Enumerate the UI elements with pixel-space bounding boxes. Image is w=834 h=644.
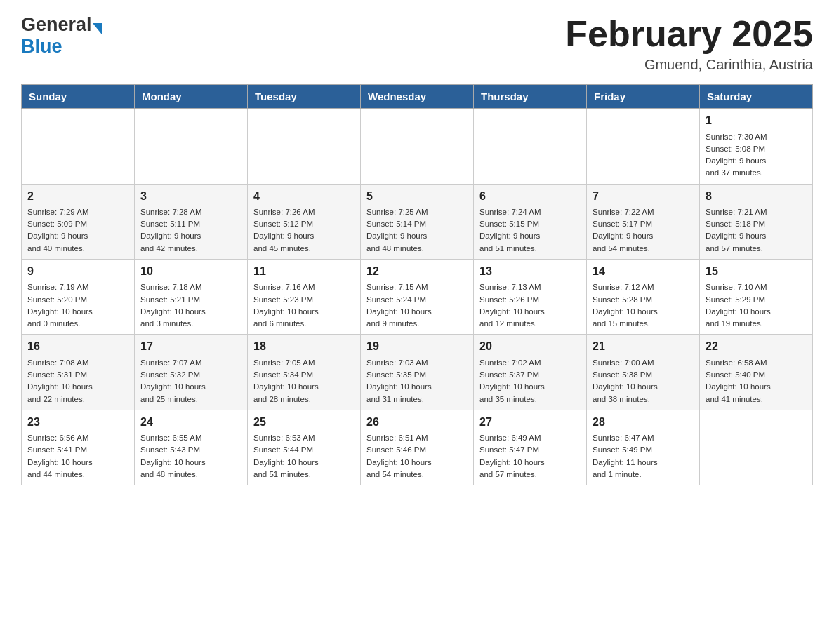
day-number: 6 [479, 189, 581, 204]
day-number: 25 [253, 415, 355, 430]
day-number: 24 [140, 415, 241, 430]
day-number: 19 [366, 339, 468, 354]
day-info: Sunrise: 7:18 AM Sunset: 5:21 PM Dayligh… [140, 281, 241, 330]
calendar-cell: 2Sunrise: 7:29 AM Sunset: 5:09 PM Daylig… [22, 184, 135, 259]
day-info: Sunrise: 7:30 AM Sunset: 5:08 PM Dayligh… [706, 131, 807, 180]
calendar-cell: 5Sunrise: 7:25 AM Sunset: 5:14 PM Daylig… [361, 184, 474, 259]
calendar-cell: 27Sunrise: 6:49 AM Sunset: 5:47 PM Dayli… [474, 410, 587, 485]
day-number: 3 [140, 189, 241, 204]
day-number: 7 [593, 189, 694, 204]
day-number: 11 [253, 264, 355, 279]
calendar-cell: 17Sunrise: 7:07 AM Sunset: 5:32 PM Dayli… [135, 335, 248, 410]
day-info: Sunrise: 7:07 AM Sunset: 5:32 PM Dayligh… [140, 357, 241, 405]
calendar-cell: 13Sunrise: 7:13 AM Sunset: 5:26 PM Dayli… [474, 259, 587, 334]
calendar-week-row: 23Sunrise: 6:56 AM Sunset: 5:41 PM Dayli… [22, 410, 813, 485]
calendar-week-row: 16Sunrise: 7:08 AM Sunset: 5:31 PM Dayli… [22, 335, 813, 410]
day-number: 16 [27, 339, 128, 354]
day-number: 18 [253, 339, 355, 354]
day-info: Sunrise: 7:12 AM Sunset: 5:28 PM Dayligh… [593, 281, 694, 330]
day-info: Sunrise: 7:25 AM Sunset: 5:14 PM Dayligh… [366, 206, 468, 255]
day-number: 22 [706, 339, 807, 354]
calendar-cell: 18Sunrise: 7:05 AM Sunset: 5:34 PM Dayli… [248, 335, 361, 410]
calendar-cell: 1Sunrise: 7:30 AM Sunset: 5:08 PM Daylig… [700, 109, 813, 184]
calendar-cell [474, 109, 587, 184]
weekday-header-friday: Friday [587, 85, 700, 109]
calendar-cell: 8Sunrise: 7:21 AM Sunset: 5:18 PM Daylig… [700, 184, 813, 259]
calendar-cell: 6Sunrise: 7:24 AM Sunset: 5:15 PM Daylig… [474, 184, 587, 259]
day-info: Sunrise: 6:47 AM Sunset: 5:49 PM Dayligh… [593, 432, 694, 481]
page-header: General Blue February 2025 Gmuend, Carin… [21, 14, 813, 73]
day-number: 28 [593, 415, 694, 430]
logo-blue-text: Blue [21, 36, 62, 58]
day-info: Sunrise: 7:08 AM Sunset: 5:31 PM Dayligh… [27, 357, 128, 405]
calendar-week-row: 1Sunrise: 7:30 AM Sunset: 5:08 PM Daylig… [22, 109, 813, 184]
calendar-cell: 14Sunrise: 7:12 AM Sunset: 5:28 PM Dayli… [587, 259, 700, 334]
day-info: Sunrise: 6:58 AM Sunset: 5:40 PM Dayligh… [706, 357, 807, 405]
weekday-header-wednesday: Wednesday [361, 85, 474, 109]
day-info: Sunrise: 7:19 AM Sunset: 5:20 PM Dayligh… [27, 281, 128, 330]
calendar-cell: 26Sunrise: 6:51 AM Sunset: 5:46 PM Dayli… [361, 410, 474, 485]
calendar-cell: 19Sunrise: 7:03 AM Sunset: 5:35 PM Dayli… [361, 335, 474, 410]
day-number: 4 [253, 189, 355, 204]
day-number: 8 [706, 189, 807, 204]
calendar-cell [22, 109, 135, 184]
logo: General Blue [21, 14, 102, 58]
calendar-cell: 20Sunrise: 7:02 AM Sunset: 5:37 PM Dayli… [474, 335, 587, 410]
day-info: Sunrise: 7:24 AM Sunset: 5:15 PM Dayligh… [479, 206, 581, 255]
day-number: 27 [479, 415, 581, 430]
logo-triangle-icon [93, 23, 102, 34]
calendar-cell: 4Sunrise: 7:26 AM Sunset: 5:12 PM Daylig… [248, 184, 361, 259]
calendar-cell: 28Sunrise: 6:47 AM Sunset: 5:49 PM Dayli… [587, 410, 700, 485]
weekday-header-monday: Monday [135, 85, 248, 109]
calendar-cell: 15Sunrise: 7:10 AM Sunset: 5:29 PM Dayli… [700, 259, 813, 334]
calendar-cell: 22Sunrise: 6:58 AM Sunset: 5:40 PM Dayli… [700, 335, 813, 410]
calendar-cell: 11Sunrise: 7:16 AM Sunset: 5:23 PM Dayli… [248, 259, 361, 334]
day-info: Sunrise: 6:56 AM Sunset: 5:41 PM Dayligh… [27, 432, 128, 481]
weekday-header-tuesday: Tuesday [248, 85, 361, 109]
day-info: Sunrise: 6:55 AM Sunset: 5:43 PM Dayligh… [140, 432, 241, 481]
calendar-cell [135, 109, 248, 184]
day-info: Sunrise: 7:16 AM Sunset: 5:23 PM Dayligh… [253, 281, 355, 330]
calendar-cell: 21Sunrise: 7:00 AM Sunset: 5:38 PM Dayli… [587, 335, 700, 410]
day-info: Sunrise: 7:15 AM Sunset: 5:24 PM Dayligh… [366, 281, 468, 330]
calendar-cell: 7Sunrise: 7:22 AM Sunset: 5:17 PM Daylig… [587, 184, 700, 259]
day-number: 12 [366, 264, 468, 279]
calendar-week-row: 2Sunrise: 7:29 AM Sunset: 5:09 PM Daylig… [22, 184, 813, 259]
day-info: Sunrise: 7:05 AM Sunset: 5:34 PM Dayligh… [253, 357, 355, 405]
day-number: 14 [593, 264, 694, 279]
day-info: Sunrise: 7:02 AM Sunset: 5:37 PM Dayligh… [479, 357, 581, 405]
calendar-cell: 3Sunrise: 7:28 AM Sunset: 5:11 PM Daylig… [135, 184, 248, 259]
day-number: 9 [27, 264, 128, 279]
day-info: Sunrise: 7:22 AM Sunset: 5:17 PM Dayligh… [593, 206, 694, 255]
day-info: Sunrise: 7:28 AM Sunset: 5:11 PM Dayligh… [140, 206, 241, 255]
calendar-cell: 25Sunrise: 6:53 AM Sunset: 5:44 PM Dayli… [248, 410, 361, 485]
day-number: 5 [366, 189, 468, 204]
day-info: Sunrise: 6:49 AM Sunset: 5:47 PM Dayligh… [479, 432, 581, 481]
day-info: Sunrise: 7:29 AM Sunset: 5:09 PM Dayligh… [27, 206, 128, 255]
day-number: 13 [479, 264, 581, 279]
day-number: 2 [27, 189, 128, 204]
calendar-week-row: 9Sunrise: 7:19 AM Sunset: 5:20 PM Daylig… [22, 259, 813, 334]
page-title: February 2025 [565, 14, 813, 54]
day-number: 17 [140, 339, 241, 354]
day-info: Sunrise: 7:03 AM Sunset: 5:35 PM Dayligh… [366, 357, 468, 405]
day-number: 1 [706, 113, 807, 128]
day-number: 15 [706, 264, 807, 279]
title-block: February 2025 Gmuend, Carinthia, Austria [565, 14, 813, 73]
weekday-header-row: SundayMondayTuesdayWednesdayThursdayFrid… [22, 85, 813, 109]
logo-general-text: General [21, 14, 92, 36]
calendar-cell [361, 109, 474, 184]
calendar-cell [587, 109, 700, 184]
calendar-cell: 9Sunrise: 7:19 AM Sunset: 5:20 PM Daylig… [22, 259, 135, 334]
day-info: Sunrise: 7:21 AM Sunset: 5:18 PM Dayligh… [706, 206, 807, 255]
calendar-cell: 16Sunrise: 7:08 AM Sunset: 5:31 PM Dayli… [22, 335, 135, 410]
day-number: 21 [593, 339, 694, 354]
weekday-header-thursday: Thursday [474, 85, 587, 109]
day-info: Sunrise: 7:26 AM Sunset: 5:12 PM Dayligh… [253, 206, 355, 255]
day-number: 23 [27, 415, 128, 430]
page-subtitle: Gmuend, Carinthia, Austria [565, 57, 813, 73]
day-number: 26 [366, 415, 468, 430]
weekday-header-sunday: Sunday [22, 85, 135, 109]
day-number: 10 [140, 264, 241, 279]
calendar-cell: 23Sunrise: 6:56 AM Sunset: 5:41 PM Dayli… [22, 410, 135, 485]
